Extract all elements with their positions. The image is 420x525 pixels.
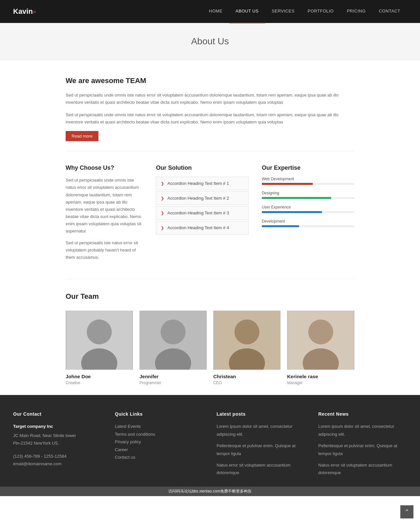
skill-label-2: Designing xyxy=(262,191,354,195)
skill-bar-fill-4 xyxy=(262,225,299,227)
svg-point-7 xyxy=(235,319,260,344)
why-choose-heading: Why Choose Us? xyxy=(66,164,143,171)
solution-column: Our Solution ❯ Accordion Heading Text It… xyxy=(156,164,248,266)
footer-contact-heading: Our Contact xyxy=(13,411,102,417)
accordion-label-4: Accordion Heading Text Item # 4 xyxy=(167,225,229,230)
footer-post-3: Natus error sit voluptatem accusantium d… xyxy=(217,461,305,477)
chevron-right-icon: ❯ xyxy=(161,226,164,230)
navbar: Kavin» HOME ABOUT US SERVICES PORTFOLIO … xyxy=(0,0,420,23)
team-grid: Johne Doe Creative Jennifer Programmer xyxy=(66,311,354,385)
nav-link-pricing[interactable]: PRICING xyxy=(340,0,372,23)
skill-item-4: Development xyxy=(262,219,354,227)
team-name-3: Christean xyxy=(213,374,281,379)
team-photo-1 xyxy=(66,311,133,370)
expertise-heading: Our Expertise xyxy=(262,164,354,171)
nav-item-home[interactable]: HOME xyxy=(202,0,229,23)
team-name-2: Jennifer xyxy=(139,374,207,379)
nav-links: HOME ABOUT US SERVICES PORTFOLIO PRICING… xyxy=(202,0,407,23)
footer-link-terms[interactable]: Terms and conditions xyxy=(115,430,203,438)
svg-point-10 xyxy=(308,319,333,344)
nav-link-portfolio[interactable]: PORTFOLIO xyxy=(301,0,340,23)
skill-item-2: Designing xyxy=(262,191,354,199)
nav-item-about[interactable]: ABOUT US xyxy=(229,0,265,23)
about-section: We are awesome TEAM Sed ut perspiciaatis… xyxy=(66,60,354,151)
team-photo-4 xyxy=(287,311,354,370)
read-more-button[interactable]: Read more xyxy=(66,131,98,141)
team-member-4: Kerinele rase Manager xyxy=(287,311,354,385)
solution-heading: Our Solution xyxy=(156,164,248,171)
footer-news-3: Natus error sit voluptatem accusantium d… xyxy=(318,461,407,477)
chevron-right-icon: ❯ xyxy=(161,196,164,201)
accordion-item-4[interactable]: ❯ Accordion Heading Text Item # 4 xyxy=(156,221,248,234)
footer-link-privacy[interactable]: Privacy policy xyxy=(115,438,203,446)
accordion-item-3[interactable]: ❯ Accordion Heading Text Item # 3 xyxy=(156,206,248,220)
about-para2: Sed ut perspiciaatis unde omnis iste nat… xyxy=(66,111,354,126)
skill-bar-bg-1 xyxy=(262,183,354,185)
footer-post-2: Pellentesque et pulvinar enim. Quisque a… xyxy=(217,442,305,457)
footer-phone: (123) 456-789 - 1255-12584 xyxy=(13,452,102,460)
footer-address1: JC Main Road, Near Silnile tower xyxy=(13,432,102,439)
footer-recent-news: Recent News Lorem ipsum dolor sit amet, … xyxy=(318,411,407,476)
nav-item-contact[interactable]: CONTACT xyxy=(372,0,407,23)
footer-news-1: Lorem ipsum dolor sit amet, consectetur … xyxy=(318,423,407,438)
nav-link-services[interactable]: SERVICES xyxy=(265,0,301,23)
chevron-right-icon: ❯ xyxy=(161,211,164,215)
nav-link-contact[interactable]: CONTACT xyxy=(372,0,407,23)
team-member-1: Johne Doe Creative xyxy=(66,311,133,385)
chevron-right-icon: ❯ xyxy=(161,181,164,186)
team-photo-3 xyxy=(213,311,281,370)
accordion-label-1: Accordion Heading Text Item # 1 xyxy=(167,181,229,186)
logo-chevrons: » xyxy=(33,8,36,15)
skill-item-3: User Experience xyxy=(262,205,354,213)
team-photo-2 xyxy=(139,311,207,370)
nav-link-home[interactable]: HOME xyxy=(202,0,229,23)
watermark-bar: 访问码马论坛bbs.xienlao.com免费不断更多构告 xyxy=(0,487,420,496)
accordion-item-1[interactable]: ❯ Accordion Heading Text Item # 1 xyxy=(156,177,248,190)
team-member-2: Jennifer Programmer xyxy=(139,311,207,385)
skill-item-1: Web Development xyxy=(262,177,354,185)
accordion-label-2: Accordion Heading Text Item # 2 xyxy=(167,196,229,201)
footer-news-heading: Recent News xyxy=(318,411,407,417)
footer-address2: Pin-21542 NewYork US. xyxy=(13,439,102,447)
skill-label-4: Development xyxy=(262,219,354,224)
page-header: About Us xyxy=(0,23,420,60)
footer-latest-posts: Latest posts Lorem ipsum dolor sit amet,… xyxy=(217,411,305,476)
three-columns: Why Choose Us? Sed ut perspiciaatis unde… xyxy=(66,151,354,279)
team-member-3: Christean CEO xyxy=(213,311,281,385)
why-choose-para2: Sed ut perspiciaatis iste natus error si… xyxy=(66,239,143,261)
nav-item-portfolio[interactable]: PORTFOLIO xyxy=(301,0,340,23)
about-para1: Sed ut perspiciaatis unde omnis iste nat… xyxy=(66,92,354,106)
logo-text: Kavin xyxy=(13,7,33,16)
page-title: About Us xyxy=(0,36,420,47)
skills-container: Web Development Designing User Experienc… xyxy=(262,177,354,227)
accordion: ❯ Accordion Heading Text Item # 1 ❯ Acco… xyxy=(156,177,248,234)
footer-news-2: Pellentesque et pulvinar enim. Quisque a… xyxy=(318,442,407,457)
skill-label-3: User Experience xyxy=(262,205,354,209)
footer-post-1: Lorem ipsum dolor sit amet, consectetur … xyxy=(217,423,305,438)
svg-point-4 xyxy=(161,319,186,344)
nav-item-pricing[interactable]: PRICING xyxy=(340,0,372,23)
team-role-1: Creative xyxy=(66,381,133,385)
team-name-1: Johne Doe xyxy=(66,374,133,379)
team-role-4: Manager xyxy=(287,381,354,385)
accordion-item-2[interactable]: ❯ Accordion Heading Text Item # 2 xyxy=(156,191,248,205)
accordion-label-3: Accordion Heading Text Item # 3 xyxy=(167,210,229,215)
footer-link-career[interactable]: Career xyxy=(115,446,203,453)
skill-bar-bg-4 xyxy=(262,225,354,227)
skill-bar-fill-1 xyxy=(262,183,313,185)
nav-item-services[interactable]: SERVICES xyxy=(265,0,301,23)
footer-link-contact[interactable]: Contact us xyxy=(115,453,203,461)
footer-contact: Our Contact Target company Inc JC Main R… xyxy=(13,411,102,476)
skill-bar-bg-2 xyxy=(262,197,354,199)
footer-link-latest-events[interactable]: Latest Events xyxy=(115,423,203,430)
team-heading: Our Team xyxy=(66,292,354,301)
footer-grid: Our Contact Target company Inc JC Main R… xyxy=(13,411,407,476)
logo[interactable]: Kavin» xyxy=(13,7,36,16)
team-section: Our Team Johne Doe Creative xyxy=(66,279,354,395)
expertise-column: Our Expertise Web Development Designing … xyxy=(262,164,354,266)
nav-link-about[interactable]: ABOUT US xyxy=(229,0,265,23)
skill-bar-fill-3 xyxy=(262,211,322,213)
team-role-2: Programmer xyxy=(139,381,207,385)
footer-company: Target company Inc xyxy=(13,423,102,430)
why-choose-column: Why Choose Us? Sed ut perspiciaatis unde… xyxy=(66,164,143,266)
